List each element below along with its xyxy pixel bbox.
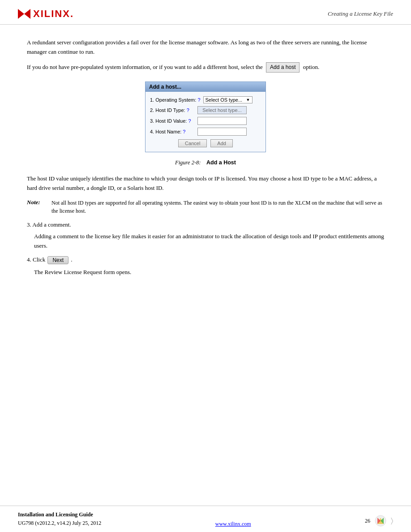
help-icon-host-name: ? [183,129,185,134]
note-text: Not all host ID types are supported for … [51,199,384,215]
para2-after: option. [303,63,319,70]
xilinx-logo-icon [18,9,30,19]
help-icon-host-value: ? [188,118,191,124]
footer-right: 26 〉 [365,514,393,528]
xilinx-logo: XILINX. [18,8,74,20]
dialog-add-button[interactable]: Add [210,139,233,147]
next-page-arrow[interactable]: 〉 [391,517,393,525]
dialog-label-host-name: 4. Host Name: ? [150,129,195,134]
host-name-input[interactable] [197,128,247,136]
dialog-label-host-type: 2. Host ID Type: ? [150,107,195,113]
item4-before: Click [33,256,45,263]
paragraph-1: A redundant server configuration provide… [27,38,384,57]
colorful-logo-icon [374,514,387,528]
svg-marker-0 [18,9,24,19]
header-title: Creating a License Key File [328,10,393,17]
list-item-4: 4. Click Next . The Review License Reque… [27,256,384,277]
item3-number: 3. [27,221,31,228]
os-select[interactable]: Select OS type... ▼ [203,96,253,103]
logo-text: XILINX. [33,8,74,20]
footer-website[interactable]: www.xilinx.com [215,521,251,528]
help-icon-os: ? [197,97,200,103]
figure-label: Figure 2-8: [175,159,201,166]
review-text: The Review License Request form opens. [34,268,384,277]
footer-left: Installation and Licensing Guide UG798 (… [18,511,101,528]
item3-label: Add a comment. [32,221,71,228]
paragraph-2: If you do not have pre-populated system … [27,62,384,73]
page-footer: Installation and Licensing Guide UG798 (… [0,506,411,532]
host-value-input[interactable] [197,117,247,125]
note-box: Note: Not all host ID types are supporte… [27,199,384,215]
item4-number: 4. [27,256,31,263]
help-icon-host-type: ? [187,107,189,113]
dialog-illustration: Add a host... 1. Operating System: ? Sel… [27,82,384,152]
list-item-3: 3. Add a comment. Adding a comment to th… [27,221,384,251]
dialog-row-host-type: 2. Host ID Type: ? Select host type... [150,106,261,114]
host-type-select[interactable]: Select host type... [197,106,247,114]
page-number: 26 [365,518,370,524]
item4-subcontent: The Review License Request form opens. [34,268,384,277]
item3-subcontent: Adding a comment to the license key file… [34,232,384,251]
svg-marker-1 [24,9,30,19]
dialog-titlebar: Add a host... [146,82,265,92]
guide-subtitle: UG798 (v2012.2, v14.2) July 25, 2012 [18,519,101,528]
os-select-value: Select OS type... [206,97,243,103]
dialog-cancel-button[interactable]: Cancel [178,139,207,147]
next-button-inline: Next [47,256,68,264]
main-content: A redundant server configuration provide… [0,25,411,292]
item4-after: . [71,256,72,263]
dialog-row-host-name: 4. Host Name: ? [150,128,261,136]
dialog-body: 1. Operating System: ? Select OS type...… [146,92,265,152]
body-paragraph-1: The host ID value uniquely identifies th… [27,174,384,193]
dialog-row-host-value: 3. Host ID Value: ? [150,117,261,125]
para2-before: If you do not have pre-populated system … [27,63,263,70]
add-a-host-inline-button: Add a host [266,62,300,73]
page-header: XILINX. Creating a License Key File [0,0,411,25]
dialog-row-os: 1. Operating System: ? Select OS type...… [150,96,261,103]
note-label: Note: [27,199,47,206]
figure-caption: Figure 2-8: Add a Host [27,159,384,166]
item3-para: Adding a comment to the license key file… [34,232,384,251]
figure-title: Add a Host [206,159,236,166]
dialog-label-host-value: 3. Host ID Value: ? [150,118,195,124]
dialog-buttons: Cancel Add [150,139,261,147]
add-host-dialog: Add a host... 1. Operating System: ? Sel… [145,82,266,152]
chevron-down-icon: ▼ [246,98,250,102]
dialog-label-os: 1. Operating System: ? [150,97,201,103]
guide-title: Installation and Licensing Guide [18,511,101,519]
